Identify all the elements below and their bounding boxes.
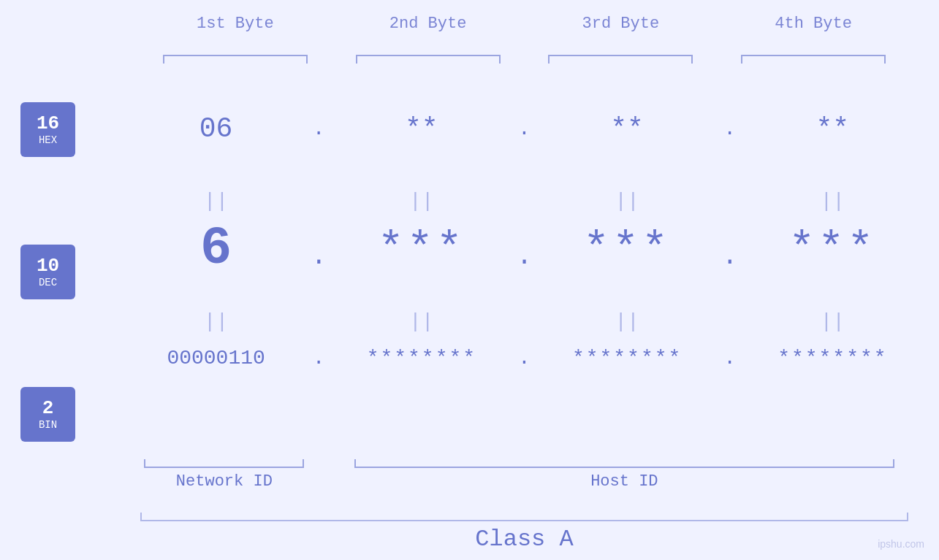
dot1: . <box>308 118 330 140</box>
hex-byte4: ** <box>741 113 924 145</box>
host-bracket-line <box>354 459 894 468</box>
dec-byte1: 6 <box>124 219 308 279</box>
eq2-b4: || <box>741 310 924 333</box>
bracket-byte2 <box>332 55 525 64</box>
eq-row-2: || || || || <box>124 310 924 333</box>
class-bracket-line <box>140 513 908 521</box>
bin-byte1: 00000110 <box>124 347 308 369</box>
network-id-bracket: Network ID <box>124 459 324 491</box>
byte2-header: 2nd Byte <box>332 15 525 33</box>
dec-byte2: *** <box>330 224 513 274</box>
bin-byte3: ******** <box>536 347 719 369</box>
dot5: . <box>514 227 536 272</box>
hex-byte1: 06 <box>124 113 308 145</box>
byte1-header: 1st Byte <box>139 15 332 33</box>
bin-byte2: ******** <box>330 347 513 369</box>
bin-byte4: ******** <box>741 347 924 369</box>
dot6: . <box>719 227 741 272</box>
hex-row: 06 . ** . ** . ** <box>124 113 924 145</box>
byte4-header: 4th Byte <box>717 15 910 33</box>
hex-byte2: ** <box>330 113 513 145</box>
eq1-b2: || <box>330 190 513 212</box>
eq2-b2: || <box>330 310 513 333</box>
base-labels: 16 HEX 10 DEC 2 BIN <box>20 102 75 442</box>
network-bracket-line <box>144 459 304 468</box>
dot4: . <box>308 227 330 272</box>
byte3-header: 3rd Byte <box>525 15 718 33</box>
dec-badge: 10 DEC <box>20 245 75 299</box>
dot9: . <box>719 347 741 369</box>
id-brackets: Network ID Host ID <box>124 459 924 491</box>
dot3: . <box>719 118 741 140</box>
bin-row: 00000110 . ******** . ******** . *******… <box>124 347 924 369</box>
class-label: Class A <box>475 526 573 553</box>
main-grid: 06 . ** . ** . ** || || || || 6 . *** . … <box>124 77 924 465</box>
dot8: . <box>514 347 536 369</box>
eq1-b1: || <box>124 190 308 212</box>
eq2-b3: || <box>536 310 719 333</box>
main-container: 1st Byte 2nd Byte 3rd Byte 4th Byte 16 H… <box>0 0 939 560</box>
bracket-byte3 <box>525 55 718 64</box>
dec-byte3: *** <box>536 224 719 274</box>
bin-badge: 2 BIN <box>20 387 75 442</box>
eq1-b3: || <box>536 190 719 212</box>
dot7: . <box>308 347 330 369</box>
bottom-section: Network ID Host ID <box>124 459 924 491</box>
network-id-label: Network ID <box>176 472 273 491</box>
byte-headers: 1st Byte 2nd Byte 3rd Byte 4th Byte <box>139 15 910 33</box>
eq-row-1: || || || || <box>124 190 924 212</box>
dec-row: 6 . *** . *** . *** <box>124 219 924 279</box>
top-brackets <box>139 55 910 64</box>
bracket-byte4 <box>717 55 910 64</box>
host-id-label: Host ID <box>590 472 658 491</box>
dec-byte4: *** <box>741 224 924 274</box>
bracket-byte1 <box>139 55 332 64</box>
hex-badge: 16 HEX <box>20 102 75 157</box>
eq1-b4: || <box>741 190 924 212</box>
hex-byte3: ** <box>536 113 719 145</box>
eq2-b1: || <box>124 310 308 333</box>
dot2: . <box>514 118 536 140</box>
host-id-bracket: Host ID <box>324 459 924 491</box>
class-section: Class A <box>124 513 924 553</box>
watermark: ipshu.com <box>878 538 924 550</box>
